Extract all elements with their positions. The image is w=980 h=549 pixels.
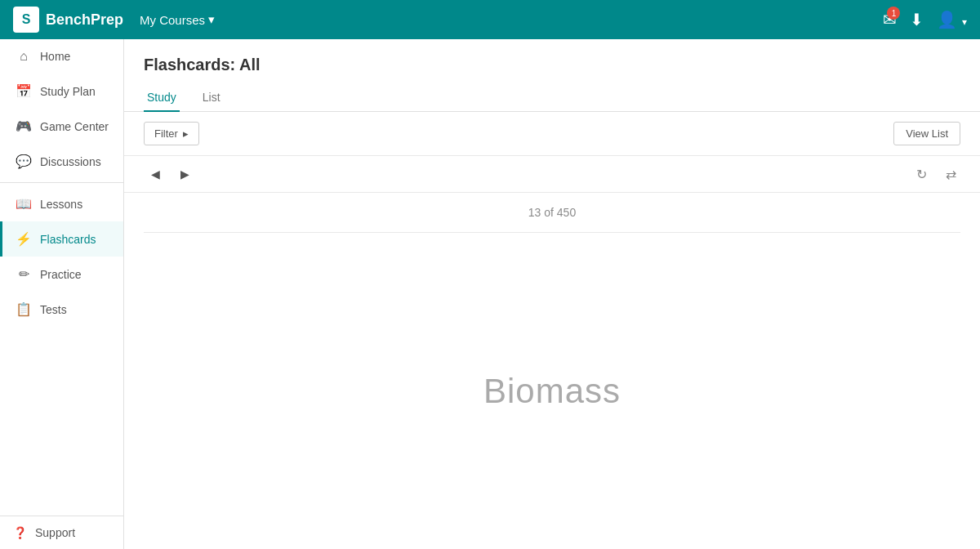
tab-list[interactable]: List (199, 84, 224, 112)
user-icon[interactable]: 👤 ▾ (937, 10, 967, 29)
pencil-icon: ✏ (16, 266, 32, 282)
notification-badge: 1 (887, 7, 900, 20)
sidebar-item-label: Game Center (40, 120, 109, 133)
tab-study[interactable]: Study (144, 84, 180, 112)
user-chevron-icon: ▾ (962, 16, 967, 28)
header-left: S BenchPrep My Courses ▾ (13, 7, 215, 33)
page-title: Flashcards: All (144, 56, 960, 74)
sidebar-item-label: Home (40, 50, 70, 63)
calendar-icon: 📅 (16, 83, 32, 99)
card-counter: 13 of 450 (515, 193, 589, 232)
sidebar-item-tests[interactable]: 📋 Tests (0, 292, 123, 327)
sidebar-item-support[interactable]: ❓ Support (0, 516, 123, 549)
sidebar-item-label: Practice (40, 268, 82, 281)
shuffle-icon[interactable]: ⇄ (941, 164, 960, 184)
chevron-down-icon: ▾ (208, 12, 215, 27)
filter-chevron-icon: ▸ (183, 127, 189, 140)
sidebar-bottom: ❓ Support (0, 516, 123, 549)
card-content[interactable]: Biomass (124, 233, 980, 549)
sidebar-item-flashcards[interactable]: ⚡ Flashcards (0, 221, 123, 257)
main-content: Flashcards: All Study List Filter ▸ View… (124, 39, 980, 549)
support-label: Support (35, 526, 75, 539)
logo-icon: S (13, 7, 39, 33)
download-icon[interactable]: ⬇ (910, 10, 924, 29)
view-list-button[interactable]: View List (893, 122, 960, 145)
clipboard-icon: 📋 (16, 301, 32, 317)
main-layout: ⌂ Home 📅 Study Plan 🎮 Game Center 💬 Disc… (0, 39, 980, 549)
my-courses-button[interactable]: My Courses ▾ (140, 12, 215, 27)
filter-label: Filter (154, 127, 178, 140)
header-right: ✉ 1 ⬇ 👤 ▾ (883, 10, 967, 29)
sidebar-item-study-plan[interactable]: 📅 Study Plan (0, 74, 123, 109)
sidebar-item-lessons[interactable]: 📖 Lessons (0, 186, 123, 221)
refresh-icon[interactable]: ↻ (911, 164, 931, 184)
support-icon: ❓ (13, 526, 27, 539)
sidebar-item-label: Tests (40, 303, 67, 316)
tab-bar: Study List (144, 84, 960, 111)
sidebar-item-label: Flashcards (40, 233, 96, 246)
sidebar-item-discussions[interactable]: 💬 Discussions (0, 144, 123, 179)
content-header: Flashcards: All Study List (124, 39, 980, 112)
nav-controls: ◀ ▶ ↻ ⇄ (124, 156, 980, 192)
flashcard-icon: ⚡ (16, 231, 32, 247)
sidebar-item-game-center[interactable]: 🎮 Game Center (0, 109, 123, 144)
my-courses-label: My Courses (140, 13, 205, 27)
card-word: Biomass (483, 372, 621, 411)
next-card-button[interactable]: ▶ (173, 163, 196, 185)
sidebar-divider (0, 182, 123, 183)
game-icon: 🎮 (16, 118, 32, 134)
sidebar-item-label: Study Plan (40, 85, 96, 98)
card-nav-arrows: ◀ ▶ (144, 163, 196, 185)
card-action-icons: ↻ ⇄ (911, 164, 960, 184)
filter-button[interactable]: Filter ▸ (144, 122, 199, 145)
sidebar-item-practice[interactable]: ✏ Practice (0, 257, 123, 292)
flashcard-area: 13 of 450 Biomass (124, 192, 980, 549)
home-icon: ⌂ (16, 49, 32, 64)
book-icon: 📖 (16, 196, 32, 212)
sidebar-item-label: Lessons (40, 198, 82, 211)
flashcard-controls: Filter ▸ View List (124, 112, 980, 156)
sidebar-item-label: Discussions (40, 155, 101, 168)
logo[interactable]: S BenchPrep (13, 7, 123, 33)
app-header: S BenchPrep My Courses ▾ ✉ 1 ⬇ 👤 ▾ (0, 0, 980, 39)
logo-letter: S (22, 12, 31, 27)
chat-icon: 💬 (16, 154, 32, 169)
sidebar-item-home[interactable]: ⌂ Home (0, 39, 123, 74)
sidebar: ⌂ Home 📅 Study Plan 🎮 Game Center 💬 Disc… (0, 39, 124, 549)
logo-text: BenchPrep (46, 11, 123, 29)
notification-bell-icon[interactable]: ✉ 1 (883, 10, 897, 29)
prev-card-button[interactable]: ◀ (144, 163, 167, 185)
